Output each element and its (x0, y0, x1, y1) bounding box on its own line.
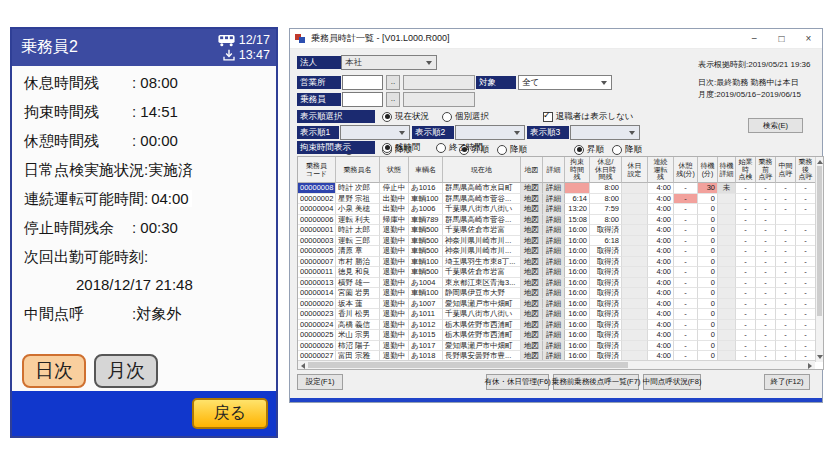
table-row[interactable]: 00000011徳見 和良退勤中車輌500千葉県佐倉市岩富地図詳細16:00取得… (298, 267, 815, 278)
map-link[interactable]: 地図 (521, 215, 543, 226)
table-row[interactable]: 00000004小泉 美穂出勤中あ1006千葉県八街市八街い地図詳細13:207… (298, 204, 815, 215)
column-header[interactable]: 拘束 時間 残 (565, 157, 590, 183)
crew-input[interactable] (342, 92, 383, 107)
table-row[interactable]: 00000008時計 次郎停止中あ1016群馬県高崎市京目町地図詳細8:004:… (298, 183, 815, 194)
column-header[interactable]: 休息/ 休日時 間残 (590, 157, 622, 183)
column-header[interactable]: 乗務員 コード (298, 157, 336, 183)
radio-individual[interactable]: 個別選択 (442, 110, 489, 123)
column-header[interactable]: 乗務 前 点呼 (756, 157, 776, 183)
table-row[interactable]: 00000003運転 三郎退勤中車輌500神奈川県川崎市川...地図詳細16:0… (298, 236, 815, 247)
maximize-button[interactable]: □ (768, 30, 795, 48)
sort3-dropdown[interactable] (570, 125, 640, 140)
detail-link[interactable]: 詳細 (543, 236, 565, 247)
map-link[interactable]: 地図 (521, 183, 543, 194)
sort3-desc-radio[interactable]: 降順 (612, 143, 642, 156)
map-link[interactable]: 地図 (521, 225, 543, 236)
table-row[interactable]: 00000007市村 勝治退勤中車輌100埼玉県羽生市東8丁...地図詳細16:… (298, 257, 815, 268)
monthly-button[interactable]: 月次 (94, 354, 158, 388)
close-button[interactable]: × (795, 30, 822, 48)
map-link[interactable]: 地図 (521, 257, 543, 268)
scrollbar-thumb[interactable] (817, 166, 822, 316)
scroll-right-icon[interactable] (808, 363, 812, 369)
detail-link[interactable]: 詳細 (543, 299, 565, 310)
map-link[interactable]: 地図 (521, 204, 543, 215)
detail-link[interactable]: 詳細 (543, 278, 565, 289)
table-row[interactable]: 00000023香川 松男退勤中あ1011千葉県八街市八街い地図詳細16:00取… (298, 309, 815, 320)
office-browse-button[interactable]: .. (386, 75, 400, 90)
column-header[interactable]: 車輌名 (409, 157, 443, 183)
scroll-up-icon[interactable] (817, 160, 823, 164)
detail-link[interactable]: 詳細 (543, 257, 565, 268)
radio-current-status[interactable]: 現在状況 (382, 110, 429, 123)
interim-rollcall-status-button[interactable]: 中間点呼状況(F8) (643, 374, 701, 390)
detail-link[interactable]: 詳細 (543, 288, 565, 299)
column-header[interactable]: 詳細 (543, 157, 565, 183)
map-link[interactable]: 地図 (521, 267, 543, 278)
map-link[interactable]: 地図 (521, 299, 543, 310)
detail-link[interactable]: 詳細 (543, 225, 565, 236)
radio-end-time[interactable]: 終了時間 (436, 141, 483, 154)
detail-link[interactable]: 詳細 (543, 246, 565, 257)
map-link[interactable]: 地図 (521, 246, 543, 257)
map-link[interactable]: 地図 (521, 309, 543, 320)
detail-link[interactable]: 詳細 (543, 341, 565, 352)
radio-remain-time[interactable]: 残時間 (382, 141, 421, 154)
column-header[interactable]: 現在地 (443, 157, 521, 183)
detail-link[interactable]: 詳細 (543, 309, 565, 320)
settings-button[interactable]: 設定(F1) (297, 374, 343, 390)
scroll-down-icon[interactable] (817, 355, 823, 359)
table-row[interactable]: 00000020坂本 蓮退勤中あ1007愛知県瀬戸市中畑町地図詳細16:00取得… (298, 299, 815, 310)
map-link[interactable]: 地図 (521, 320, 543, 331)
retiree-checkbox[interactable]: 退職者は表示しない (543, 110, 633, 123)
horizontal-scrollbar[interactable] (298, 360, 815, 369)
exit-button[interactable]: 終了(F12) (764, 374, 810, 390)
table-row[interactable]: 00000005清原 章退勤中車輌500神奈川県川崎市川...地図詳細16:00… (298, 246, 815, 257)
map-link[interactable]: 地図 (521, 330, 543, 341)
detail-link[interactable]: 詳細 (543, 330, 565, 341)
map-link[interactable]: 地図 (521, 341, 543, 352)
map-link[interactable]: 地図 (521, 194, 543, 205)
table-row[interactable]: 00000002星野 宗祖出勤中車輌100群馬県高崎市菅谷...地図詳細6:14… (298, 194, 815, 205)
column-header[interactable]: 地図 (521, 157, 543, 183)
vertical-scrollbar[interactable] (815, 157, 823, 362)
table-row[interactable]: 00000001時計 太郎退勤中車輌500千葉県佐倉市岩富地図詳細16:00取得… (298, 225, 815, 236)
minimize-button[interactable]: − (741, 30, 768, 48)
scroll-left-icon[interactable] (301, 363, 305, 369)
office-input[interactable] (342, 75, 383, 90)
column-header[interactable]: 待機 詳細 (718, 157, 736, 183)
column-header[interactable]: 待機 (分) (698, 157, 718, 183)
column-header[interactable]: 休憩 残(分) (674, 157, 698, 183)
sort2-dropdown[interactable] (455, 125, 525, 140)
table-row[interactable]: 00000025米山 宗男退勤中あ1015栃木県佐野市西浦町地図詳細16:00取… (298, 330, 815, 341)
map-link[interactable]: 地図 (521, 236, 543, 247)
detail-link[interactable]: 詳細 (543, 267, 565, 278)
table-row[interactable]: 00000026柿沼 陽子退勤中あ1017愛知県瀬戸市中畑町地図詳細16:00取… (298, 341, 815, 352)
column-header[interactable]: 乗務員名 (336, 157, 380, 183)
column-header[interactable]: 中間 点呼 (776, 157, 796, 183)
daily-button[interactable]: 日次 (22, 354, 86, 388)
column-header[interactable]: 休日 設定 (622, 157, 648, 183)
table-row[interactable]: 00000014宮薗 岩男退勤中車輌100静岡県伊豆市大野地図詳細16:00取得… (298, 288, 815, 299)
column-header[interactable]: 状態 (380, 157, 409, 183)
column-header[interactable]: 始業 時 点検 (736, 157, 756, 183)
table-row[interactable]: 00000006運転 利夫帰庫中車輌789群馬県高崎市菅谷...地図詳細15:0… (298, 215, 815, 226)
search-button[interactable]: 検索(E) (748, 118, 803, 133)
target-dropdown[interactable]: 全て (518, 75, 612, 90)
back-button[interactable]: 戻る (192, 398, 268, 429)
table-row[interactable]: 00000024高橋 義信退勤中あ1012栃木県佐野市西浦町地図詳細16:00取… (298, 320, 815, 331)
sort1-dropdown[interactable] (340, 125, 410, 140)
detail-link[interactable]: 詳細 (543, 320, 565, 331)
column-header[interactable]: 乗務 後 点呼 (796, 157, 816, 183)
title-bar[interactable]: 乗務員時計一覧 - [V01.L000.R000] − □ × (290, 29, 822, 49)
scrollbar-thumb[interactable] (308, 362, 628, 368)
map-link[interactable]: 地図 (521, 288, 543, 299)
paid-holiday-button[interactable]: 有休・休日管理(F6) (486, 374, 549, 390)
corp-dropdown[interactable]: 本社 (341, 55, 437, 70)
detail-link[interactable]: 詳細 (543, 194, 565, 205)
detail-link[interactable]: 詳細 (543, 204, 565, 215)
detail-link[interactable]: 詳細 (543, 183, 565, 194)
map-link[interactable]: 地図 (521, 278, 543, 289)
detail-link[interactable]: 詳細 (543, 215, 565, 226)
sort2-desc-radio[interactable]: 降順 (497, 143, 527, 156)
crew-browse-button[interactable]: .. (386, 92, 400, 107)
